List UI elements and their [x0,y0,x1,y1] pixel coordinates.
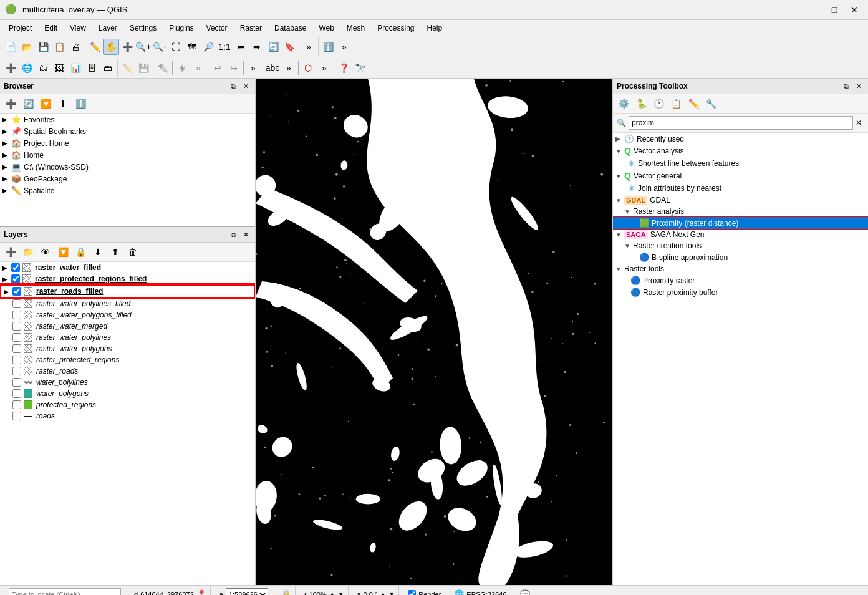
tool-shortest-line[interactable]: ✳ Shortest line between features [613,157,868,170]
group-gdal-header[interactable]: ▼ GDAL GDAL [613,195,868,206]
layer-checkbox[interactable] [12,389,21,398]
group-raster-analysis-header[interactable]: ▼ Raster analysis [613,206,868,217]
layer-raster-water-polylines-filled[interactable]: raster_water_polylines_filled [0,298,255,309]
menu-web[interactable]: Web [312,22,340,34]
new-project-btn[interactable]: 📄 [2,39,19,55]
undo-btn[interactable]: ↩ [210,60,226,76]
tool-join-attributes[interactable]: ✳ Join attributes by nearest [613,182,868,195]
label-btn[interactable]: abc [264,60,281,76]
group-raster-creation-header[interactable]: ▼ Raster creation tools [613,240,868,251]
menu-layer[interactable]: Layer [92,22,123,34]
search-input[interactable] [629,116,853,130]
group-vector-general-header[interactable]: ▼ Q Vector general [613,170,868,182]
tool-proximity-raster-distance[interactable]: 🟩 Proximity (raster distance) [613,217,868,229]
layer-water-polygons[interactable]: water_polygons [0,388,255,399]
node-tool-btn[interactable]: ◈ [174,60,190,76]
group-saga-header[interactable]: ▼ SAGA SAGA Next Gen [613,229,868,240]
layers-lock-btn[interactable]: 🔒 [72,244,89,260]
menu-processing[interactable]: Processing [371,22,420,34]
group-vector-analysis-header[interactable]: ▼ Q Vector analysis [613,145,868,157]
render-checkbox[interactable] [408,590,416,595]
redo-btn[interactable]: ↪ [226,60,242,76]
toolbox-help-btn[interactable]: 🔧 [703,95,719,112]
message-icon[interactable]: 💬 [520,589,530,595]
toolbox-float-btn[interactable]: ⧉ [841,80,852,92]
rotation-up-btn[interactable]: ▲ [380,591,386,595]
save-edits-btn[interactable]: 💾 [135,60,152,76]
toolbox-history-btn[interactable]: 🕐 [650,95,667,112]
zoom-full-btn[interactable]: ⛶ [168,39,184,55]
tool-bspline[interactable]: 🔵 B-spline approximation [613,251,868,263]
layers-collapse-btn[interactable]: ⬆ [107,244,123,260]
menu-settings[interactable]: Settings [123,22,163,34]
identify-btn[interactable]: ℹ️ [320,39,336,55]
more-map-btn[interactable]: » [316,60,332,76]
zoom-native-btn[interactable]: 1:1 [216,39,233,55]
bookmark-btn[interactable]: 🔖 [281,39,297,55]
menu-project[interactable]: Project [2,22,38,34]
layer-protected-regions[interactable]: protected_regions [0,399,255,410]
toolbox-close-btn[interactable]: ✕ [853,80,864,92]
more-label-btn[interactable]: » [281,60,297,76]
zoom-select-btn[interactable]: 🔎 [200,39,216,55]
tree-item-home[interactable]: ▶ 🏠 Home [0,149,255,161]
tree-item-spatialite[interactable]: ▶ ✏️ Spatialite [0,185,255,196]
browser-filter-btn[interactable]: 🔽 [37,95,54,112]
help-btn[interactable]: ❓ [335,60,352,76]
add-raster-btn[interactable]: 🖼 [51,60,67,76]
add-layer-btn[interactable]: ➕ [2,60,19,76]
layer-raster-water-polygons[interactable]: raster_water_polygons [0,343,255,354]
layer-checkbox-roads-filled[interactable] [12,287,21,296]
toolbox-edit-btn[interactable]: ✏️ [685,95,702,112]
zoom-out-btn[interactable]: 🔍- [152,39,168,55]
zoom-down-btn[interactable]: ▼ [338,591,344,595]
tree-item-windows[interactable]: ▶ 💻 C:\ (Windows-SSD) [0,161,255,173]
tree-item-project-home[interactable]: ▶ 🏠 Project Home [0,137,255,149]
refresh-btn[interactable]: 🔄 [265,39,281,55]
more-edit-btn[interactable]: » [190,60,206,76]
open-project-btn[interactable]: 📂 [19,39,35,55]
tool-proximity-raster[interactable]: 🔵 Proximity raster [613,274,868,286]
zoom-last-btn[interactable]: ⬅ [233,39,249,55]
toolbox-settings-btn[interactable]: ⚙️ [615,95,632,112]
group-raster-tools-header[interactable]: ▼ Raster tools [613,263,868,274]
browser-info-btn[interactable]: ℹ️ [72,95,89,112]
locate-input[interactable] [9,588,121,596]
add-vector-btn[interactable]: 🗂 [35,60,51,76]
browser-collapse-btn[interactable]: ⬆ [55,95,71,112]
digitize-tool-btn[interactable]: ✒️ [155,60,171,76]
add-spatialite-btn[interactable]: 🗃 [100,60,116,76]
tool-raster-proximity-buffer[interactable]: 🔵 Raster proximity buffer [613,286,868,298]
layers-add-group-btn[interactable]: 📁 [20,244,36,260]
locate-btn[interactable]: 🔭 [352,60,368,76]
tree-item-geopackage[interactable]: ▶ 📦 GeoPackage [0,173,255,185]
layer-raster-water-merged[interactable]: raster_water_merged [0,321,255,332]
toolbox-python-btn[interactable]: 🐍 [633,95,649,112]
add-csv-btn[interactable]: 📊 [67,60,84,76]
browser-close-btn[interactable]: ✕ [240,80,251,92]
layers-expand-btn[interactable]: ⬇ [90,244,106,260]
search-clear-btn[interactable]: ✕ [853,117,864,128]
layer-raster-water-polygons-filled[interactable]: raster_water_polygons_filled [0,309,255,321]
layer-checkbox-protected-filled[interactable] [11,274,20,283]
menu-edit[interactable]: Edit [38,22,64,34]
layer-roads[interactable]: — roads [0,410,255,422]
pan-btn[interactable]: ✋ [103,39,119,55]
layer-checkbox[interactable] [12,311,21,319]
scale-select[interactable]: 1:589626 [226,588,268,596]
close-button[interactable]: ✕ [846,2,863,17]
minimize-button[interactable]: – [806,2,823,17]
layer-checkbox[interactable] [12,412,21,420]
layer-checkbox[interactable] [12,344,21,353]
layers-remove-btn[interactable]: 🗑 [125,244,141,260]
more-nav-btn[interactable]: » [301,39,317,55]
menu-raster[interactable]: Raster [234,22,268,34]
layer-raster-water-filled[interactable]: ▶ raster_water_filled [0,262,255,273]
menu-vector[interactable]: Vector [200,22,234,34]
layer-raster-protected-regions[interactable]: raster_protected_regions [0,354,255,365]
menu-view[interactable]: View [64,22,92,34]
group-recently-used-header[interactable]: ▶ 🕐 Recently used [613,133,868,145]
maximize-button[interactable]: □ [826,2,843,17]
browser-float-btn[interactable]: ⧉ [228,80,239,92]
layer-raster-water-polylines[interactable]: raster_water_polylines [0,332,255,343]
